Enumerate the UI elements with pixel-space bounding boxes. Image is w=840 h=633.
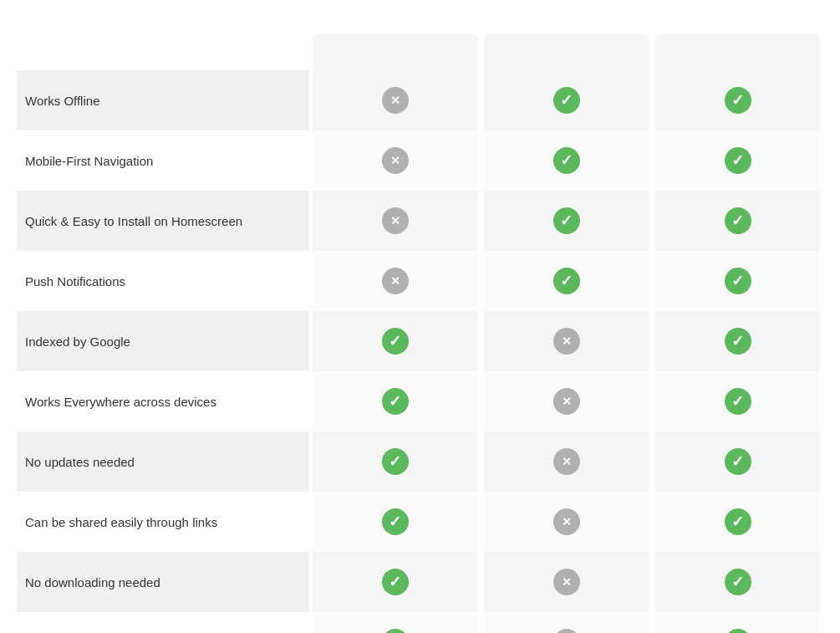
- native-header: [484, 33, 649, 70]
- native-cell: [484, 612, 649, 633]
- check-icon: [725, 268, 751, 294]
- cross-icon: [382, 87, 409, 114]
- check-icon: [725, 448, 751, 475]
- cross-icon: [553, 388, 580, 415]
- pwa-cell: [655, 70, 820, 130]
- check-icon: [725, 207, 751, 234]
- pwa-cell: [655, 431, 820, 492]
- pwa-cell: [655, 492, 820, 552]
- pwa-cell: [655, 130, 820, 191]
- website-cell: [313, 130, 477, 191]
- website-cell: [313, 311, 477, 371]
- website-cell: [313, 371, 477, 431]
- features-header: [17, 33, 309, 70]
- check-icon: [725, 388, 751, 415]
- website-cell: [313, 70, 477, 130]
- check-icon: [725, 629, 751, 633]
- native-cell: [484, 552, 649, 612]
- feature-label: Mobile-First Navigation: [17, 130, 309, 191]
- check-icon: [553, 207, 580, 234]
- check-icon: [725, 87, 751, 114]
- website-cell: [313, 612, 477, 633]
- website-cell: [313, 431, 477, 492]
- pwa-cell: [655, 191, 820, 251]
- cross-icon: [382, 207, 409, 234]
- check-icon: [382, 629, 409, 633]
- native-cell: [484, 70, 649, 130]
- cross-icon: [553, 569, 580, 595]
- native-cell: [484, 251, 649, 311]
- check-icon: [553, 87, 580, 114]
- pwa-cell: [655, 311, 820, 371]
- check-icon: [382, 328, 409, 355]
- feature-label: Low data requirements: [17, 612, 309, 633]
- pwa-header: [655, 33, 820, 70]
- feature-label: Can be shared easily through links: [17, 492, 309, 552]
- comparison-table: Works OfflineMobile-First NavigationQuic…: [0, 17, 840, 633]
- native-cell: [484, 371, 649, 431]
- native-cell: [484, 492, 649, 552]
- check-icon: [382, 569, 409, 595]
- check-icon: [553, 268, 580, 294]
- feature-label: Indexed by Google: [17, 311, 309, 371]
- native-cell: [484, 431, 649, 492]
- table-grid: Works OfflineMobile-First NavigationQuic…: [17, 33, 823, 633]
- website-cell: [313, 492, 477, 552]
- pwa-cell: [655, 371, 820, 431]
- pwa-cell: [655, 612, 820, 633]
- feature-label: Push Notifications: [17, 251, 309, 311]
- native-cell: [484, 311, 649, 371]
- website-cell: [313, 251, 477, 311]
- native-cell: [484, 130, 649, 191]
- native-cell: [484, 191, 649, 251]
- check-icon: [382, 448, 409, 475]
- check-icon: [725, 328, 751, 355]
- check-icon: [553, 147, 580, 174]
- cross-icon: [553, 448, 580, 475]
- cross-icon: [553, 629, 580, 633]
- feature-label: Works Offline: [17, 70, 309, 130]
- check-icon: [382, 388, 409, 415]
- feature-label: No downloading needed: [17, 552, 309, 612]
- feature-label: No updates needed: [17, 431, 309, 492]
- cross-icon: [382, 268, 409, 294]
- website-cell: [313, 191, 477, 251]
- pwa-cell: [655, 251, 820, 311]
- cross-icon: [553, 508, 580, 535]
- check-icon: [725, 508, 751, 535]
- feature-label: Works Everywhere across devices: [17, 371, 309, 431]
- website-header: [313, 33, 477, 70]
- pwa-cell: [655, 552, 820, 612]
- cross-icon: [553, 328, 580, 355]
- cross-icon: [382, 147, 409, 174]
- website-cell: [313, 552, 477, 612]
- check-icon: [725, 569, 751, 595]
- feature-label: Quick & Easy to Install on Homescreen: [17, 191, 309, 251]
- check-icon: [725, 147, 751, 174]
- check-icon: [382, 508, 409, 535]
